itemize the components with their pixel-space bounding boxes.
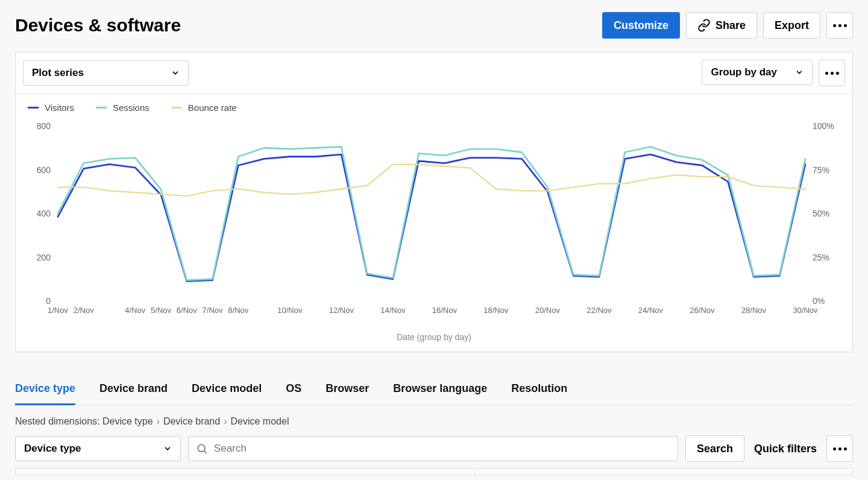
breadcrumb-item[interactable]: Device model xyxy=(231,416,289,426)
breadcrumb-item[interactable]: Device type xyxy=(102,416,153,426)
tab-device-model[interactable]: Device model xyxy=(192,376,262,405)
search-field[interactable] xyxy=(214,443,670,455)
quick-filters-label[interactable]: Quick filters xyxy=(752,443,819,455)
dimension-tabs: Device typeDevice brandDevice modelOSBro… xyxy=(15,376,853,405)
legend-bounce[interactable]: Bounce rate xyxy=(171,103,237,113)
plot-series-select[interactable]: Plot series xyxy=(23,60,189,86)
tab-resolution[interactable]: Resolution xyxy=(511,376,567,405)
svg-text:600: 600 xyxy=(37,165,51,175)
svg-text:0%: 0% xyxy=(813,296,825,306)
svg-text:8/Nov: 8/Nov xyxy=(228,306,248,315)
customize-button[interactable]: Customize xyxy=(602,12,680,39)
group-by-select[interactable]: Group by day xyxy=(702,60,813,85)
svg-text:50%: 50% xyxy=(813,209,829,218)
svg-text:400: 400 xyxy=(37,209,51,218)
more-horizontal-icon xyxy=(833,447,847,450)
chart-xlabel: Date (group by day) xyxy=(22,332,846,342)
svg-point-28 xyxy=(198,444,205,452)
svg-text:22/Nov: 22/Nov xyxy=(587,306,612,315)
svg-text:7/Nov: 7/Nov xyxy=(203,306,223,315)
breadcrumb-item[interactable]: Device brand xyxy=(163,416,220,426)
header-actions: Customize Share Export xyxy=(602,12,853,39)
tab-device-type[interactable]: Device type xyxy=(15,376,75,405)
export-button[interactable]: Export xyxy=(763,12,820,39)
svg-text:4/Nov: 4/Nov xyxy=(125,306,145,315)
chevron-down-icon xyxy=(171,69,180,77)
svg-text:30/Nov: 30/Nov xyxy=(793,306,818,315)
chart-card: Plot series Group by day Visitors Sessio… xyxy=(15,52,853,352)
legend-sessions[interactable]: Sessions xyxy=(96,103,149,113)
svg-line-29 xyxy=(204,451,207,453)
chart-legend: Visitors Sessions Bounce rate xyxy=(16,94,852,118)
chevron-down-icon xyxy=(795,68,804,77)
header-more-button[interactable] xyxy=(826,12,853,39)
svg-text:24/Nov: 24/Nov xyxy=(638,306,664,315)
more-horizontal-icon xyxy=(833,24,847,27)
svg-text:0: 0 xyxy=(46,296,51,306)
search-icon xyxy=(196,443,208,455)
svg-text:200: 200 xyxy=(37,253,51,262)
link-icon xyxy=(697,19,711,32)
svg-text:26/Nov: 26/Nov xyxy=(690,306,715,315)
svg-text:28/Nov: 28/Nov xyxy=(741,306,767,315)
search-input[interactable] xyxy=(188,436,678,461)
svg-text:800: 800 xyxy=(37,121,51,131)
tab-browser-language[interactable]: Browser language xyxy=(393,376,487,405)
page-title: Devices & software xyxy=(15,15,181,36)
svg-text:20/Nov: 20/Nov xyxy=(535,306,561,315)
legend-visitors[interactable]: Visitors xyxy=(28,103,74,113)
chart-more-button[interactable] xyxy=(819,60,845,86)
search-button[interactable]: Search xyxy=(685,435,744,462)
table-header-stub xyxy=(15,468,853,475)
svg-text:6/Nov: 6/Nov xyxy=(177,306,197,315)
svg-text:5/Nov: 5/Nov xyxy=(151,306,171,315)
svg-text:25%: 25% xyxy=(813,253,829,262)
dimension-select[interactable]: Device type xyxy=(15,436,181,461)
svg-text:14/Nov: 14/Nov xyxy=(380,306,406,315)
svg-text:16/Nov: 16/Nov xyxy=(432,306,458,315)
nested-dimensions-breadcrumb: Nested dimensions: Device type›Device br… xyxy=(15,416,853,427)
svg-text:12/Nov: 12/Nov xyxy=(329,306,354,315)
svg-text:100%: 100% xyxy=(813,121,834,131)
svg-text:75%: 75% xyxy=(813,165,829,175)
svg-text:10/Nov: 10/Nov xyxy=(277,306,303,315)
svg-text:18/Nov: 18/Nov xyxy=(483,306,509,315)
chevron-down-icon xyxy=(163,444,172,453)
svg-text:2/Nov: 2/Nov xyxy=(74,306,94,315)
filters-more-button[interactable] xyxy=(826,435,853,462)
svg-text:1/Nov: 1/Nov xyxy=(48,306,68,315)
chart: 02004006008000%25%50%75%100%1/Nov2/Nov4/… xyxy=(22,120,841,325)
tab-device-brand[interactable]: Device brand xyxy=(99,376,168,405)
share-button[interactable]: Share xyxy=(686,12,757,39)
tab-os[interactable]: OS xyxy=(286,376,301,405)
more-horizontal-icon xyxy=(825,72,839,75)
tab-browser[interactable]: Browser xyxy=(326,376,369,405)
